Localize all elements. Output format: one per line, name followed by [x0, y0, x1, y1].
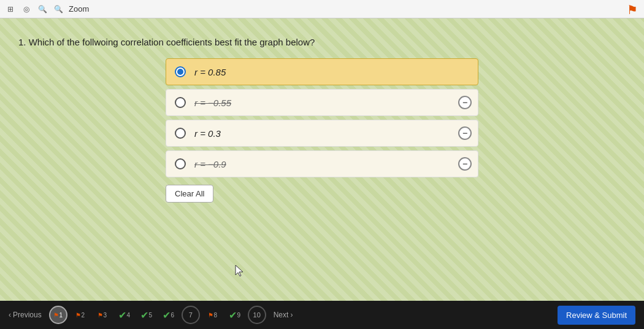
question-text: 1. Which of the follwoing correlation co…: [18, 37, 626, 47]
radio-a[interactable]: [175, 66, 186, 77]
search-icon[interactable]: 🔍: [37, 4, 48, 15]
next-arrow-icon: ›: [290, 311, 293, 319]
page-btn-9[interactable]: ✔ 9: [226, 306, 244, 324]
toolbar: ⊞ ◎ 🔍 🔍 Zoom: [0, 0, 644, 18]
zoom-label: Zoom: [69, 4, 89, 14]
review-submit-button[interactable]: Review & Submit: [558, 306, 635, 325]
grid-icon[interactable]: ⊞: [5, 4, 16, 15]
next-button[interactable]: Next ›: [274, 311, 293, 319]
option-b-label: r = −0.55: [194, 98, 231, 108]
option-a[interactable]: r = 0.85: [166, 58, 478, 85]
flag-3-icon: ⚑: [98, 312, 103, 319]
page-8-num: 8: [213, 312, 217, 319]
next-label: Next: [274, 311, 289, 319]
page-btn-3[interactable]: ⚑ 3: [93, 306, 112, 324]
page-4-num: 4: [126, 312, 130, 319]
page-btn-8[interactable]: ⚑ 8: [204, 306, 222, 324]
page-3-num: 3: [103, 312, 107, 319]
option-d[interactable]: r = −0.9 −: [166, 150, 478, 177]
zoom-search-icon[interactable]: 🔍: [53, 4, 64, 15]
page-btn-7[interactable]: 7: [182, 306, 200, 324]
page-1-num: 1: [59, 312, 63, 319]
check-4-icon: ✔: [118, 309, 126, 321]
page-5-num: 5: [148, 312, 152, 319]
check-9-icon: ✔: [229, 309, 237, 321]
minus-c-button[interactable]: −: [458, 126, 472, 140]
page-btn-2[interactable]: ⚑ 2: [71, 306, 90, 324]
radio-c[interactable]: [175, 128, 186, 139]
page-btn-4[interactable]: ✔ 4: [115, 306, 134, 324]
prev-button[interactable]: ‹ Previous: [9, 311, 42, 319]
page-7-num: 7: [189, 311, 193, 319]
check-5-icon: ✔: [140, 309, 148, 321]
page-btn-5[interactable]: ✔ 5: [137, 306, 156, 324]
option-d-label: r = −0.9: [194, 159, 226, 169]
main-content: 1. Which of the follwoing correlation co…: [0, 18, 644, 209]
prev-label: Previous: [13, 311, 42, 319]
option-a-label: r = 0.85: [194, 67, 226, 77]
check-6-icon: ✔: [163, 309, 171, 321]
flag-1-icon: ⚑: [53, 312, 59, 319]
flag-8-icon: ⚑: [208, 312, 213, 319]
page-9-num: 9: [237, 312, 240, 319]
clear-all-button[interactable]: Clear All: [166, 185, 213, 203]
minus-b-button[interactable]: −: [458, 96, 472, 109]
page-2-num: 2: [81, 312, 85, 319]
page-btn-1[interactable]: ⚑ 1: [49, 306, 67, 324]
page-btn-10[interactable]: 10: [248, 306, 266, 324]
option-c-label: r = 0.3: [194, 128, 221, 139]
flag-2-icon: ⚑: [75, 312, 81, 319]
compass-icon[interactable]: ◎: [21, 4, 32, 15]
option-c[interactable]: r = 0.3 −: [166, 120, 478, 147]
radio-b[interactable]: [175, 97, 186, 108]
options-container: r = 0.85 r = −0.55 − r = 0.3 − r = −0.9 …: [166, 58, 478, 177]
page-btn-6[interactable]: ✔ 6: [159, 306, 178, 324]
cursor-arrow: [234, 264, 244, 277]
flag-top-right-icon[interactable]: ⚑: [627, 2, 638, 17]
option-b[interactable]: r = −0.55 −: [166, 89, 478, 116]
prev-arrow-icon: ‹: [9, 311, 11, 319]
page-6-num: 6: [171, 312, 174, 319]
minus-d-button[interactable]: −: [458, 157, 472, 171]
radio-d[interactable]: [175, 158, 186, 169]
page-10-num: 10: [253, 311, 261, 319]
bottom-nav: ‹ Previous ⚑ 1 ⚑ 2 ⚑ 3 ✔ 4 ✔ 5 ✔ 6 7 ⚑ 8…: [0, 301, 644, 329]
